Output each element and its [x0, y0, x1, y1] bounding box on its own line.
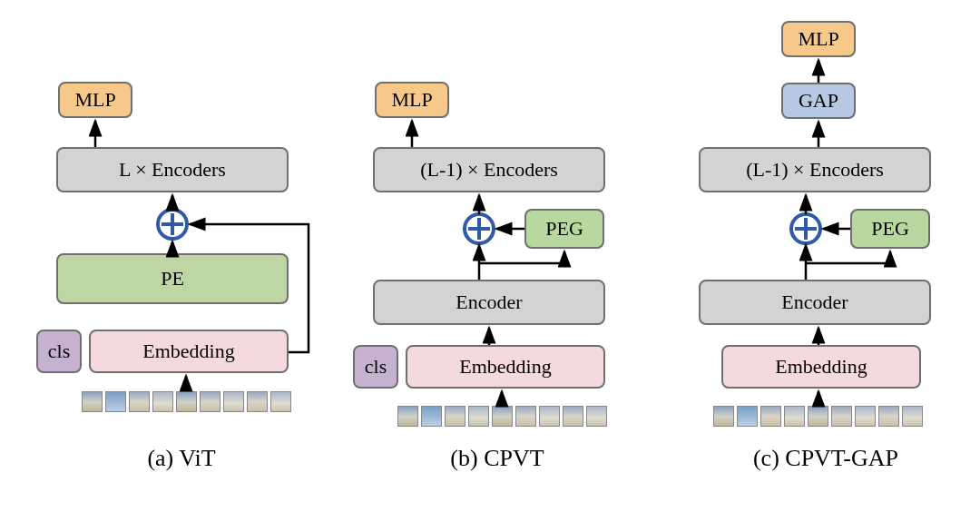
cpvtgap-mlp-block: MLP [781, 21, 856, 57]
vit-embedding-label: Embedding [142, 340, 234, 363]
vit-cls-block: cls [36, 330, 82, 373]
cpvtgap-encoder-label: Encoder [781, 290, 848, 314]
cpvt-encoders-block: (L-1) × Encoders [373, 147, 605, 192]
cpvt-embedding-block: Embedding [406, 345, 605, 389]
cpvt-encoder-block: Encoder [373, 280, 605, 325]
caption-c: (c) CPVT-GAP [717, 445, 935, 472]
cpvtgap-embedding-block: Embedding [721, 345, 921, 389]
cpvt-add-icon [465, 214, 494, 243]
vit-cls-label: cls [48, 340, 70, 363]
cpvt-patches [397, 406, 607, 427]
cpvtgap-add-icon [791, 214, 820, 243]
cpvt-mlp-block: MLP [375, 82, 449, 118]
vit-mlp-block: MLP [58, 82, 132, 118]
diagram-canvas: MLP L × Encoders PE cls Embedding (a) Vi… [0, 0, 980, 512]
vit-encoders-block: L × Encoders [56, 147, 289, 192]
svg-point-16 [791, 214, 820, 243]
cpvtgap-encoders-label: (L-1) × Encoders [746, 158, 884, 182]
cpvt-cls-label: cls [365, 355, 387, 379]
cpvt-embedding-label: Embedding [459, 355, 551, 379]
cpvtgap-patches [713, 406, 923, 427]
caption-a: (a) ViT [91, 445, 272, 472]
svg-point-7 [465, 214, 494, 243]
cpvt-cls-block: cls [353, 345, 398, 389]
cpvtgap-gap-label: GAP [799, 89, 838, 113]
cpvt-mlp-label: MLP [391, 88, 432, 112]
vit-encoders-label: L × Encoders [119, 158, 226, 182]
cpvtgap-encoder-block: Encoder [699, 280, 931, 325]
cpvtgap-embedding-label: Embedding [775, 355, 867, 379]
cpvt-encoder-label: Encoder [456, 290, 522, 314]
vit-pe-label: PE [161, 267, 184, 290]
cpvtgap-encoders-block: (L-1) × Encoders [699, 147, 931, 192]
cpvtgap-peg-block: PEG [850, 209, 930, 249]
vit-mlp-label: MLP [74, 88, 115, 112]
cpvtgap-gap-block: GAP [781, 83, 856, 119]
cpvt-peg-block: PEG [524, 209, 604, 249]
vit-patches [82, 391, 291, 412]
caption-b: (b) CPVT [407, 445, 588, 472]
cpvtgap-mlp-label: MLP [798, 27, 838, 51]
cpvt-encoders-label: (L-1) × Encoders [420, 158, 558, 182]
cpvt-peg-label: PEG [545, 217, 583, 241]
cpvtgap-peg-label: PEG [871, 217, 909, 241]
vit-embedding-block: Embedding [89, 330, 289, 373]
vit-pe-block: PE [56, 253, 289, 304]
svg-point-0 [158, 210, 187, 239]
vit-add-icon [158, 210, 187, 239]
